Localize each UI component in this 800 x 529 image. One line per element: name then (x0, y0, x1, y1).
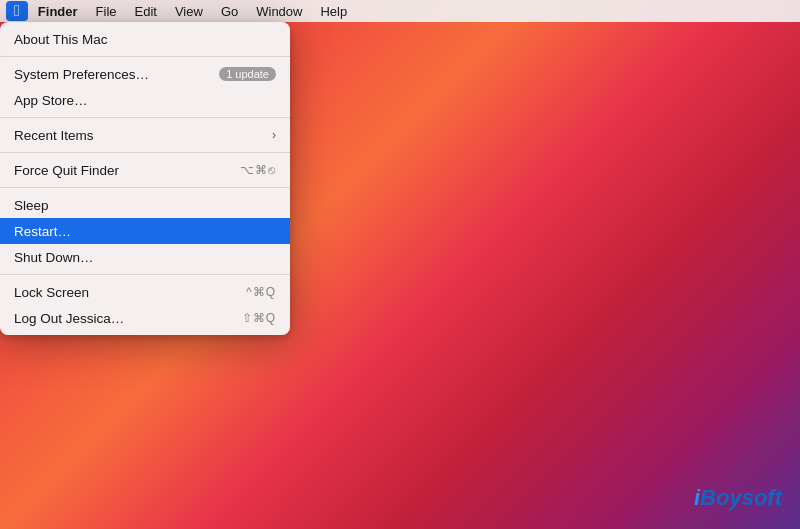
menubar-go[interactable]: Go (213, 1, 246, 21)
force-quit-shortcut: ⌥⌘⎋ (240, 163, 276, 177)
menu-item-restart-label: Restart… (14, 224, 71, 239)
apple-dropdown-menu: About This Mac System Preferences… 1 upd… (0, 22, 290, 335)
apple-logo-icon:  (14, 3, 20, 19)
menu-item-recent-items-label: Recent Items (14, 128, 94, 143)
menubar-window[interactable]: Window (248, 1, 310, 21)
update-badge: 1 update (219, 67, 276, 81)
chevron-right-icon: › (272, 128, 276, 142)
menu-item-lock-screen-label: Lock Screen (14, 285, 89, 300)
separator-1 (0, 56, 290, 57)
logout-shortcut: ⇧⌘Q (242, 311, 276, 325)
menu-item-lock-screen[interactable]: Lock Screen ^⌘Q (0, 279, 290, 305)
menubar:  Finder File Edit View Go Window Help (0, 0, 800, 22)
watermark-boysoft: Boysoft (700, 485, 782, 510)
menu-item-force-quit-label: Force Quit Finder (14, 163, 119, 178)
menu-item-shutdown[interactable]: Shut Down… (0, 244, 290, 270)
separator-4 (0, 187, 290, 188)
separator-3 (0, 152, 290, 153)
menu-item-app-store-label: App Store… (14, 93, 88, 108)
menu-item-restart[interactable]: Restart… (0, 218, 290, 244)
menu-item-about-mac[interactable]: About This Mac (0, 26, 290, 52)
menu-item-shutdown-label: Shut Down… (14, 250, 94, 265)
menubar-edit[interactable]: Edit (127, 1, 165, 21)
menubar-view[interactable]: View (167, 1, 211, 21)
menu-item-app-store[interactable]: App Store… (0, 87, 290, 113)
separator-2 (0, 117, 290, 118)
update-badge-text: 1 update (219, 67, 276, 81)
menu-item-sleep[interactable]: Sleep (0, 192, 290, 218)
menu-item-sleep-label: Sleep (14, 198, 49, 213)
menu-item-system-prefs[interactable]: System Preferences… 1 update (0, 61, 290, 87)
menubar-file[interactable]: File (88, 1, 125, 21)
lock-screen-shortcut: ^⌘Q (246, 285, 276, 299)
apple-menu-button[interactable]:  (6, 1, 28, 21)
menu-item-recent-items[interactable]: Recent Items › (0, 122, 290, 148)
menu-item-logout[interactable]: Log Out Jessica… ⇧⌘Q (0, 305, 290, 331)
menu-item-about-mac-label: About This Mac (14, 32, 108, 47)
separator-5 (0, 274, 290, 275)
menubar-finder[interactable]: Finder (30, 1, 86, 21)
menu-item-system-prefs-label: System Preferences… (14, 67, 149, 82)
menu-item-logout-label: Log Out Jessica… (14, 311, 124, 326)
menubar-help[interactable]: Help (312, 1, 355, 21)
watermark: iBoysoft (694, 485, 782, 511)
menu-item-force-quit[interactable]: Force Quit Finder ⌥⌘⎋ (0, 157, 290, 183)
